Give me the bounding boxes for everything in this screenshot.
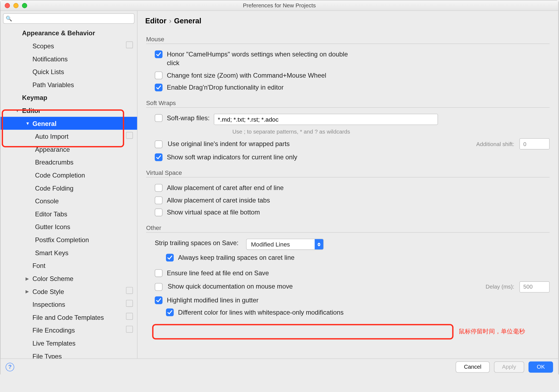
preferences-tree: Appearance & BehaviorScopesNotifications… (1, 26, 137, 359)
sidebar-item-smart-keys[interactable]: Smart Keys (1, 246, 137, 259)
checkbox-keep-trailing[interactable] (166, 254, 174, 262)
ok-button[interactable]: OK (529, 361, 553, 372)
checkbox-virtual-space-bottom[interactable] (155, 208, 163, 216)
breadcrumb: Editor›General (137, 11, 558, 30)
cancel-button[interactable]: Cancel (456, 361, 490, 372)
window-title: Preferences for New Projects (1, 2, 558, 9)
annotation-text: 鼠标停留时间，单位毫秒 (459, 328, 525, 336)
sidebar-item-quick-lists[interactable]: Quick Lists (1, 65, 137, 78)
checkbox-original-indent[interactable] (155, 140, 163, 148)
sidebar-item-auto-import[interactable]: Auto Import (1, 130, 137, 143)
checkbox-diff-color-whitespace[interactable] (166, 308, 174, 316)
section-other: Other (146, 225, 549, 233)
softwrap-patterns-input[interactable] (214, 114, 438, 125)
sidebar-item-path-variables[interactable]: Path Variables (1, 78, 137, 91)
checkbox-wrap-indicators[interactable] (155, 153, 163, 161)
sidebar-item-font[interactable]: Font (1, 259, 137, 272)
sidebar-item-editor-tabs[interactable]: Editor Tabs (1, 207, 137, 220)
checkbox-quick-doc[interactable] (155, 283, 163, 291)
project-scope-icon (127, 301, 133, 307)
additional-shift-input (519, 138, 549, 149)
help-button[interactable]: ? (6, 362, 14, 371)
sidebar-item-console[interactable]: Console (1, 194, 137, 207)
project-scope-icon (127, 42, 133, 48)
checkbox-softwrap-files[interactable] (155, 114, 163, 122)
section-softwraps: Soft Wraps (146, 100, 549, 108)
strip-trailing-select[interactable]: Modified Lines (246, 239, 324, 250)
sidebar-item-gutter-icons[interactable]: Gutter Icons (1, 220, 137, 233)
sidebar-item-postfix-completion[interactable]: Postfix Completion (1, 233, 137, 246)
sidebar-item-appearance[interactable]: Appearance (1, 143, 137, 156)
checkbox-dnd[interactable] (155, 83, 163, 91)
apply-button[interactable]: Apply (494, 361, 524, 372)
sidebar-item-live-templates[interactable]: Live Templates (1, 336, 137, 349)
sidebar-item-notifications[interactable]: Notifications (1, 52, 137, 65)
sidebar-item-scopes[interactable]: Scopes (1, 39, 137, 52)
project-scope-icon (127, 327, 133, 333)
sidebar-item-breadcrumbs[interactable]: Breadcrumbs (1, 156, 137, 169)
dialog-footer: ? Cancel Apply OK (1, 358, 558, 375)
checkbox-caret-inside-tabs[interactable] (155, 196, 163, 204)
search-icon: 🔍 (6, 15, 12, 21)
checkbox-caret-after-eol[interactable] (155, 184, 163, 192)
quick-doc-delay-input (519, 281, 549, 292)
sidebar-item-general[interactable]: ▼General (1, 117, 137, 130)
sidebar-item-color-scheme[interactable]: ▶Color Scheme (1, 272, 137, 285)
dropdown-caret-icon (315, 239, 324, 249)
sidebar: 🔍 Appearance & BehaviorScopesNotificatio… (1, 11, 138, 359)
project-scope-icon (127, 314, 133, 320)
section-mouse: Mouse (146, 36, 549, 44)
sidebar-item-file-encodings[interactable]: File Encodings (1, 324, 137, 337)
sidebar-item-appearance-behavior[interactable]: Appearance & Behavior (1, 26, 137, 39)
checkbox-font-zoom[interactable] (155, 71, 163, 79)
sidebar-item-editor[interactable]: ▼Editor (1, 104, 137, 117)
sidebar-item-file-and-code-templates[interactable]: File and Code Templates (1, 311, 137, 324)
sidebar-item-code-style[interactable]: ▶Code Style (1, 285, 137, 298)
sidebar-item-keymap[interactable]: Keymap (1, 91, 137, 104)
sidebar-item-code-completion[interactable]: Code Completion (1, 169, 137, 182)
titlebar: Preferences for New Projects (1, 1, 558, 11)
preferences-search-input[interactable] (3, 13, 134, 24)
sidebar-item-inspections[interactable]: Inspections (1, 298, 137, 311)
checkbox-honor-camelhumps[interactable] (155, 50, 163, 58)
checkbox-ensure-line-feed[interactable] (155, 269, 163, 277)
section-virtual-space: Virtual Space (146, 169, 549, 178)
sidebar-item-file-types[interactable]: File Types (1, 349, 137, 358)
sidebar-item-code-folding[interactable]: Code Folding (1, 181, 137, 194)
project-scope-icon (127, 288, 133, 294)
checkbox-highlight-modified[interactable] (155, 296, 163, 304)
project-scope-icon (127, 133, 133, 139)
